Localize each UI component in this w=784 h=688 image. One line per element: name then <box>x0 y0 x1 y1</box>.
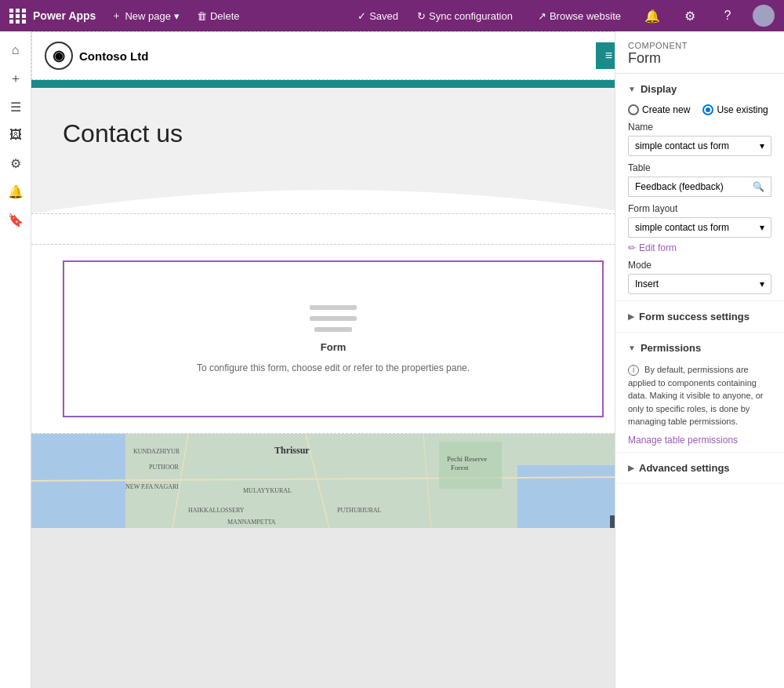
sidebar-item-add[interactable]: ＋ <box>3 66 28 91</box>
main-layout: ⌂ ＋ ☰ 🖼 ⚙ 🔔 🔖 ◉ Contoso Ltd ≡ Contact us <box>0 31 784 688</box>
name-value: simple contact us form <box>635 140 729 151</box>
chevron-down-icon: ▼ <box>628 344 636 352</box>
chevron-down-icon: ▾ <box>174 10 180 22</box>
svg-text:KUNDAZHIYUR: KUNDAZHIYUR <box>133 448 180 455</box>
left-sidebar: ⌂ ＋ ☰ 🖼 ⚙ 🔔 🔖 <box>0 31 31 688</box>
table-label: Table <box>628 162 771 173</box>
mode-dropdown[interactable]: Insert ▾ <box>628 274 771 294</box>
delete-button[interactable]: 🗑 Delete <box>191 7 246 25</box>
sidebar-item-bookmark[interactable]: 🔖 <box>3 207 28 232</box>
table-value: Feedback (feedback) <box>635 181 724 192</box>
canvas-inner: ◉ Contoso Ltd ≡ Contact us <box>31 31 615 528</box>
check-icon: ✓ <box>358 10 366 22</box>
form-success-header[interactable]: ▶ Form success settings <box>628 308 771 326</box>
form-section: Form To configure this form, choose edit… <box>31 245 615 434</box>
manage-permissions-link[interactable]: Manage table permissions <box>628 435 771 446</box>
teal-bar <box>31 80 615 88</box>
sidebar-item-home[interactable]: ⌂ <box>3 38 28 63</box>
name-label: Name <box>628 122 771 133</box>
hero-curve <box>31 166 615 213</box>
permissions-text: i By default, permissions are applied to… <box>628 363 771 428</box>
edit-form-link[interactable]: ✏ Edit form <box>628 242 771 253</box>
permissions-section: ▼ Permissions i By default, permissions … <box>615 333 784 453</box>
hero-title: Contact us <box>63 119 604 148</box>
chevron-down-icon: ▾ <box>760 278 764 289</box>
top-bar-actions: ＋ New page ▾ 🗑 Delete <box>105 5 245 26</box>
chevron-down-icon: ▾ <box>760 140 764 151</box>
new-page-button[interactable]: ＋ New page ▾ <box>105 5 186 26</box>
radio-group: Create new Use existing <box>628 104 771 115</box>
form-layout-label: Form layout <box>628 203 771 214</box>
component-label: Component <box>628 41 771 50</box>
svg-text:HAIKKALLOSSERY: HAIKKALLOSSERY <box>188 507 245 514</box>
form-description: To configure this form, choose edit or r… <box>197 362 470 373</box>
settings-icon[interactable]: ⚙ <box>677 3 702 28</box>
mode-label: Mode <box>628 260 771 271</box>
svg-text:NEW P.FA NAGARI: NEW P.FA NAGARI <box>125 483 179 490</box>
app-name: Power Apps <box>33 9 96 22</box>
sync-config-button[interactable]: ↻ Sync configuration <box>411 7 519 25</box>
pencil-icon: ✏ <box>628 242 636 253</box>
map-section: Thrissur Pechi Reserve Forest KUNDAZHIYU… <box>31 434 615 528</box>
site-logo: ◉ Contoso Ltd <box>45 42 148 70</box>
svg-text:MANNAMPETTA: MANNAMPETTA <box>227 519 276 526</box>
form-layout-value: simple contact us form <box>635 222 729 233</box>
form-success-section: ▶ Form success settings <box>615 301 784 333</box>
top-bar-right: ✓ Saved ↻ Sync configuration ↗ Browse we… <box>358 3 775 28</box>
create-new-radio[interactable] <box>628 104 639 115</box>
chevron-down-icon: ▾ <box>760 222 764 233</box>
svg-rect-2 <box>517 465 615 528</box>
svg-text:Thrissur: Thrissur <box>274 445 310 456</box>
svg-text:MULAYYKURAL: MULAYYKURAL <box>243 487 292 494</box>
advanced-label: Advanced settings <box>639 462 730 474</box>
permissions-header[interactable]: ▼ Permissions <box>628 339 771 357</box>
mode-value: Insert <box>635 278 659 289</box>
hero-section: Contact us <box>31 88 615 213</box>
advanced-header[interactable]: ▶ Advanced settings <box>628 459 771 477</box>
form-icon <box>310 305 357 332</box>
svg-text:PUTHURIURAL: PUTHURIURAL <box>337 507 382 514</box>
info-icon: i <box>628 365 639 376</box>
saved-status: ✓ Saved <box>358 10 398 22</box>
map-visual: Thrissur Pechi Reserve Forest KUNDAZHIYU… <box>31 434 615 528</box>
logo-circle: ◉ <box>45 42 73 70</box>
name-dropdown[interactable]: simple contact us form ▾ <box>628 136 771 156</box>
code-bar: </> <box>610 515 615 528</box>
table-search[interactable]: Feedback (feedback) 🔍 <box>628 177 771 197</box>
display-label: Display <box>641 83 677 95</box>
top-bar: Power Apps ＋ New page ▾ 🗑 Delete ✓ Saved… <box>0 0 784 31</box>
form-component-box[interactable]: Form To configure this form, choose edit… <box>63 260 604 417</box>
svg-rect-8 <box>439 442 502 489</box>
company-name: Contoso Ltd <box>79 49 148 63</box>
advanced-section: ▶ Advanced settings <box>615 453 784 484</box>
grid-icon <box>9 9 27 24</box>
form-success-label: Form success settings <box>639 311 750 322</box>
sidebar-item-notifications[interactable]: 🔔 <box>3 179 28 204</box>
panel-header: Component Form <box>615 31 784 74</box>
trash-icon: 🗑 <box>197 10 207 22</box>
display-section: ▼ Display Create new Use existing Name s… <box>615 74 784 301</box>
browse-website-button[interactable]: ↗ Browse website <box>532 7 627 25</box>
create-new-option[interactable]: Create new <box>628 104 690 115</box>
use-existing-radio[interactable] <box>702 104 713 115</box>
form-layout-dropdown[interactable]: simple contact us form ▾ <box>628 217 771 238</box>
sidebar-item-media[interactable]: 🖼 <box>3 122 28 147</box>
sidebar-item-settings[interactable]: ⚙ <box>3 151 28 176</box>
search-icon: 🔍 <box>753 181 764 192</box>
display-section-header[interactable]: ▼ Display <box>628 80 771 98</box>
plus-icon: ＋ <box>111 9 122 23</box>
svg-text:Forest: Forest <box>451 464 469 471</box>
section-separator <box>31 213 615 245</box>
notification-icon[interactable]: 🔔 <box>640 3 665 28</box>
avatar[interactable] <box>753 5 775 27</box>
help-icon[interactable]: ? <box>715 3 740 28</box>
site-header: ◉ Contoso Ltd ≡ <box>31 31 615 80</box>
app-logo: Power Apps <box>9 9 96 24</box>
hamburger-button[interactable]: ≡ <box>596 42 615 69</box>
sidebar-item-pages[interactable]: ☰ <box>3 94 28 119</box>
svg-text:Pechi Reserve: Pechi Reserve <box>447 455 487 463</box>
use-existing-option[interactable]: Use existing <box>702 104 768 115</box>
svg-text:PUTHOOR: PUTHOOR <box>149 464 179 471</box>
chevron-down-icon: ▼ <box>628 85 636 93</box>
form-label: Form <box>321 341 347 353</box>
